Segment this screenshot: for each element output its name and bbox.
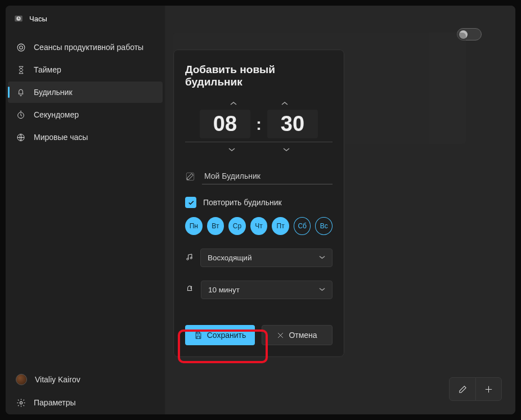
repeat-checkbox[interactable]	[185, 197, 196, 208]
sidebar-item-label: Таймер	[34, 65, 61, 74]
day-btn-tue[interactable]: Вт	[207, 217, 224, 235]
svg-point-10	[190, 257, 192, 259]
save-label: Сохранить	[207, 331, 246, 340]
app-title: Часы	[29, 15, 47, 23]
svg-point-7	[20, 401, 22, 404]
music-note-icon	[185, 252, 194, 264]
cancel-button[interactable]: Отмена	[262, 325, 333, 345]
snooze-value: 10 минут	[208, 286, 240, 294]
sidebar-item-label: Будильник	[34, 88, 73, 97]
avatar	[16, 374, 27, 385]
chev-up-row	[188, 98, 329, 110]
sidebar-item-alarm[interactable]: Будильник	[8, 82, 163, 103]
snooze-select[interactable]: 10 минут	[201, 281, 333, 299]
chevron-down-icon	[319, 287, 325, 293]
hour-down[interactable]	[226, 144, 237, 156]
sidebar-item-label: Мировые часы	[34, 133, 88, 142]
app-window: Часы Сеансы продуктивной работы Таймер Б…	[6, 6, 515, 414]
day-btn-wed[interactable]: Ср	[228, 217, 246, 235]
sound-value: Восходящий	[208, 254, 251, 262]
day-btn-fri[interactable]: Пт	[272, 217, 289, 235]
app-icon	[14, 13, 24, 24]
time-colon: :	[256, 115, 262, 134]
save-icon	[194, 331, 203, 340]
sidebar-item-focus[interactable]: Сеансы продуктивной работы	[8, 37, 163, 58]
day-btn-sun[interactable]: Вс	[315, 217, 333, 235]
dialog-title: Добавить новый будильник	[185, 64, 333, 88]
add-alarm-button[interactable]	[475, 378, 501, 400]
close-icon	[277, 332, 284, 339]
sidebar-item-worldclock[interactable]: Мировые часы	[8, 127, 163, 148]
name-row	[185, 168, 333, 184]
sidebar-item-stopwatch[interactable]: Секундомер	[8, 104, 163, 125]
svg-point-3	[17, 44, 25, 51]
hour-value[interactable]: 08	[200, 110, 250, 138]
hour-up[interactable]	[228, 98, 239, 110]
edit-icon	[185, 172, 195, 181]
time-picker: 08 : 30	[185, 98, 333, 142]
chev-down-row	[185, 144, 333, 156]
svg-rect-8	[186, 173, 194, 180]
bell-icon	[16, 88, 26, 97]
snooze-row: 10 минут	[185, 281, 333, 299]
day-btn-mon[interactable]: Пн	[185, 217, 203, 235]
settings-label: Параметры	[34, 398, 76, 407]
alarm-name-input[interactable]	[202, 168, 333, 184]
save-button[interactable]: Сохранить	[185, 325, 255, 345]
sidebar-settings[interactable]: Параметры	[8, 391, 163, 414]
main-area: 7:00 через 15 ч. 50 мин. Доброе утро Пн …	[165, 6, 515, 414]
sound-row: Восходящий	[185, 249, 333, 267]
titlebar-left: Часы	[14, 13, 47, 24]
repeat-label: Повторить будильник	[203, 198, 282, 207]
dialog-buttons: Сохранить Отмена	[185, 325, 333, 345]
gear-icon	[16, 398, 26, 408]
sidebar-user[interactable]: Vitaliy Kairov	[8, 368, 163, 391]
time-row: 08 : 30	[188, 110, 329, 138]
snooze-icon	[185, 284, 194, 296]
day-btn-sat[interactable]: Сб	[294, 217, 311, 235]
add-alarm-dialog: Добавить новый будильник 08 : 30	[173, 49, 344, 357]
hourglass-icon	[16, 65, 26, 75]
repeat-row: Повторить будильник	[185, 197, 333, 208]
minute-up[interactable]	[279, 98, 290, 110]
user-name: Vitaliy Kairov	[35, 375, 80, 384]
edit-alarms-button[interactable]	[450, 378, 475, 400]
stopwatch-icon	[16, 110, 26, 120]
chevron-down-icon	[319, 255, 325, 261]
day-row: Пн Вт Ср Чт Пт Сб Вс	[185, 217, 333, 235]
day-btn-thu[interactable]: Чт	[250, 217, 268, 235]
focus-icon	[16, 43, 26, 52]
sidebar-item-timer[interactable]: Таймер	[8, 59, 163, 80]
sidebar: Сеансы продуктивной работы Таймер Будиль…	[6, 6, 165, 414]
sidebar-item-label: Секундомер	[34, 110, 79, 119]
globe-icon	[16, 133, 26, 142]
sidebar-bottom: Vitaliy Kairov Параметры	[6, 368, 165, 414]
sidebar-item-label: Сеансы продуктивной работы	[34, 43, 143, 52]
sound-select[interactable]: Восходящий	[200, 249, 333, 267]
svg-point-4	[19, 46, 23, 49]
svg-point-9	[187, 258, 188, 260]
fab-group	[449, 377, 502, 401]
cancel-label: Отмена	[289, 331, 317, 340]
minute-value[interactable]: 30	[267, 110, 318, 138]
minute-down[interactable]	[281, 144, 292, 156]
